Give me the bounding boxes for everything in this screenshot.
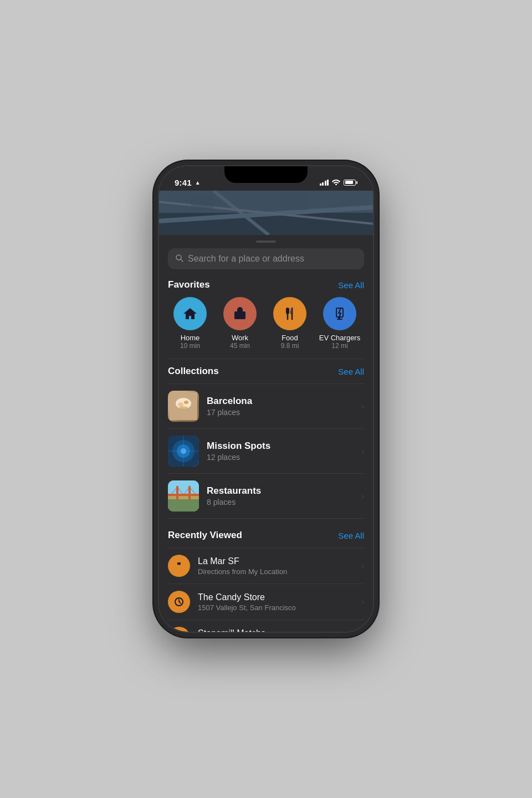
location-arrow-icon: ▲	[195, 180, 201, 186]
favorite-home[interactable]: Home 10 min	[168, 297, 212, 350]
notch	[224, 166, 308, 183]
favorite-home-sub: 10 min	[180, 342, 200, 350]
collection-mission-name: Mission Spots	[207, 441, 354, 452]
favorite-grocery[interactable]: Groc 13 mi	[367, 297, 373, 350]
recent-stonemill-info: Stonemill Matcha 561 Valencia St, San Fr…	[198, 628, 354, 632]
battery-icon	[344, 180, 357, 186]
svg-rect-5	[280, 193, 308, 210]
search-container: Search for a place or address	[159, 246, 373, 277]
collection-restaurants-name: Restaurants	[207, 485, 354, 497]
favorite-home-icon	[173, 297, 207, 330]
wifi-icon	[332, 178, 340, 187]
favorite-work-icon	[223, 297, 257, 330]
recently-viewed-title: Recently Viewed	[168, 530, 242, 541]
recent-candy-store[interactable]: The Candy Store 1507 Vallejo St, San Fra…	[159, 584, 373, 620]
svg-rect-9	[234, 311, 245, 319]
favorite-work-label: Work	[232, 334, 248, 342]
collection-barcelona-thumb	[168, 391, 199, 422]
collections-section-header: Collections See All	[159, 364, 373, 383]
favorite-work[interactable]: Work 45 min	[218, 297, 262, 350]
collections-title: Collections	[168, 366, 219, 377]
status-icons	[320, 178, 358, 187]
collection-mission-thumb	[168, 436, 199, 467]
recent-la-mar[interactable]: La Mar SF Directions from My Location ›	[159, 548, 373, 584]
svg-point-21	[179, 406, 188, 410]
search-placeholder: Search for a place or address	[188, 254, 304, 264]
recent-la-mar-sub: Directions from My Location	[198, 567, 354, 576]
signal-bar-4	[327, 180, 329, 186]
map-preview	[159, 191, 373, 235]
signal-bars-icon	[320, 180, 329, 186]
sheet-handle[interactable]	[159, 235, 373, 246]
favorite-food-label: Food	[282, 334, 298, 342]
collection-barcelona-info: Barcelona 17 places	[207, 396, 354, 417]
favorites-see-all[interactable]: See All	[338, 280, 364, 290]
favorites-scroll[interactable]: Home 10 min Work 45 min	[159, 297, 373, 359]
chevron-right-icon-5: ›	[361, 597, 364, 606]
collections-see-all[interactable]: See All	[338, 367, 364, 376]
favorite-work-sub: 45 min	[230, 342, 250, 350]
phone-screen: 9:41 ▲	[159, 166, 373, 632]
signal-bar-3	[325, 181, 326, 186]
recently-viewed-see-all[interactable]: See All	[338, 531, 364, 540]
favorites-title: Favorites	[168, 279, 210, 290]
chevron-right-icon-3: ›	[361, 492, 364, 500]
svg-line-8	[181, 259, 183, 262]
collection-mission-info: Mission Spots 12 places	[207, 441, 354, 462]
favorite-ev-chargers[interactable]: EV Chargers 12 mi	[318, 297, 362, 350]
collection-mission-count: 12 places	[207, 453, 354, 462]
favorite-home-label: Home	[181, 334, 200, 342]
recent-stonemill-icon	[168, 627, 190, 632]
collection-barcelona-count: 17 places	[207, 408, 354, 417]
recent-candy-store-sub: 1507 Vallejo St, San Francisco	[198, 603, 354, 612]
collection-restaurants-info: Restaurants 8 places	[207, 485, 354, 507]
collection-barcelona-name: Barcelona	[207, 396, 354, 407]
recent-candy-store-icon	[168, 591, 190, 613]
recent-candy-store-info: The Candy Store 1507 Vallejo St, San Fra…	[198, 592, 354, 612]
collection-restaurants-count: 8 places	[207, 498, 354, 507]
favorite-ev-sub: 12 mi	[331, 342, 347, 350]
favorite-food[interactable]: Food 9.8 mi	[268, 297, 312, 350]
chevron-right-icon-4: ›	[361, 561, 364, 570]
svg-point-19	[178, 402, 183, 407]
svg-rect-6	[191, 196, 213, 210]
collection-restaurants[interactable]: Restaurants 8 places ›	[159, 474, 373, 518]
recent-la-mar-name: La Mar SF	[198, 556, 354, 566]
collection-restaurants-thumb	[168, 480, 199, 511]
favorite-food-sub: 9.8 mi	[281, 342, 299, 350]
signal-bar-2	[322, 182, 324, 186]
bottom-sheet: Search for a place or address Favorites …	[159, 235, 373, 632]
favorite-ev-label: EV Chargers	[319, 334, 360, 342]
collection-barcelona[interactable]: Barcelona 17 places ›	[159, 384, 373, 428]
recent-stonemill[interactable]: Stonemill Matcha 561 Valencia St, San Fr…	[159, 620, 373, 632]
signal-bar-1	[320, 183, 321, 186]
phone-device: 9:41 ▲	[158, 165, 374, 633]
status-time: 9:41	[175, 178, 192, 187]
collection-mission[interactable]: Mission Spots 12 places ›	[159, 429, 373, 473]
favorite-ev-icon	[323, 297, 356, 330]
search-bar[interactable]: Search for a place or address	[168, 248, 364, 269]
recent-candy-store-name: The Candy Store	[198, 592, 354, 602]
svg-rect-37	[168, 494, 199, 496]
search-icon	[176, 254, 183, 264]
chevron-right-icon: ›	[361, 402, 364, 411]
recently-viewed-section-header: Recently Viewed See All	[159, 528, 373, 548]
chevron-right-icon-2: ›	[361, 447, 364, 456]
favorite-food-icon	[273, 297, 306, 330]
recent-stonemill-name: Stonemill Matcha	[198, 628, 354, 632]
svg-point-20	[184, 401, 188, 404]
handle-bar	[256, 241, 276, 243]
favorites-section-header: Favorites See All	[159, 277, 373, 297]
recent-la-mar-info: La Mar SF Directions from My Location	[198, 556, 354, 576]
recent-la-mar-icon	[168, 555, 190, 577]
